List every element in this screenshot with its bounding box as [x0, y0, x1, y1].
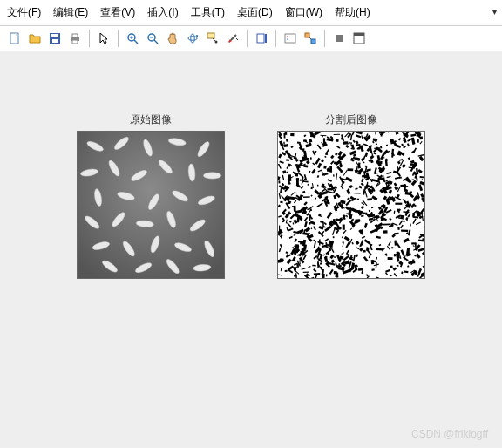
svg-rect-327: [283, 142, 285, 145]
svg-rect-943: [411, 242, 416, 244]
svg-rect-325: [379, 169, 382, 172]
svg-rect-866: [319, 239, 321, 245]
pan-button[interactable]: [163, 29, 182, 48]
svg-rect-834: [320, 267, 322, 268]
svg-rect-5: [72, 34, 78, 37]
svg-rect-78: [417, 139, 419, 143]
svg-line-27: [309, 37, 311, 39]
zoom-out-icon: [146, 31, 159, 45]
zoom-in-icon: [126, 31, 139, 45]
svg-rect-954: [342, 200, 346, 204]
save-button[interactable]: [45, 29, 64, 48]
watermark-text: CSDN @friklogff: [411, 428, 488, 440]
menu-insert[interactable]: 插入(I): [147, 5, 178, 20]
open-button[interactable]: [25, 29, 44, 48]
svg-rect-523: [343, 141, 348, 144]
rotate-3d-icon: [186, 31, 200, 45]
rotate-button[interactable]: [183, 29, 202, 48]
subplot1-title: 原始图像: [77, 112, 225, 127]
toolbar-overflow-icon[interactable]: ▾: [492, 7, 497, 17]
svg-rect-6: [72, 40, 78, 44]
svg-point-14: [188, 37, 197, 40]
svg-rect-809: [302, 148, 305, 151]
svg-rect-432: [310, 157, 312, 159]
original-image: [78, 132, 224, 278]
toolbar-separator: [275, 30, 276, 47]
svg-rect-422: [367, 198, 372, 200]
svg-rect-2: [51, 34, 58, 37]
insert-colorbar-button[interactable]: [252, 29, 271, 48]
svg-rect-703: [322, 274, 325, 275]
svg-rect-424: [363, 212, 366, 214]
svg-rect-466: [290, 133, 294, 136]
svg-rect-938: [288, 179, 290, 185]
menu-view[interactable]: 查看(V): [100, 5, 135, 20]
svg-rect-885: [292, 206, 295, 207]
svg-rect-881: [329, 241, 330, 248]
svg-rect-417: [397, 227, 400, 230]
svg-rect-412: [288, 201, 290, 204]
brush-button[interactable]: [223, 29, 242, 48]
svg-rect-20: [257, 34, 264, 43]
link-axes-icon: [303, 31, 317, 45]
data-cursor-icon: [206, 31, 220, 45]
menu-help[interactable]: 帮助(H): [335, 5, 370, 20]
svg-rect-28: [336, 35, 343, 42]
svg-rect-688: [401, 229, 408, 232]
svg-rect-132: [318, 214, 321, 217]
svg-rect-420: [282, 221, 284, 222]
svg-point-18: [215, 41, 218, 44]
svg-rect-243: [315, 198, 316, 200]
svg-line-12: [154, 40, 158, 44]
zoom-in-button[interactable]: [123, 29, 142, 48]
svg-rect-666: [412, 179, 414, 180]
subplot-original: 原始图像: [77, 112, 225, 279]
svg-rect-738: [322, 221, 324, 222]
svg-rect-907: [313, 240, 315, 241]
new-file-button[interactable]: [5, 29, 24, 48]
svg-line-8: [134, 40, 138, 44]
pointer-button[interactable]: [94, 29, 113, 48]
hide-tools-button[interactable]: [329, 29, 349, 48]
menu-window[interactable]: 窗口(W): [285, 5, 322, 20]
insert-legend-button[interactable]: [281, 29, 300, 48]
svg-rect-892: [288, 157, 292, 158]
subplot2-title: 分割后图像: [277, 112, 425, 127]
svg-rect-937: [359, 172, 361, 174]
menu-edit[interactable]: 编辑(E): [53, 5, 88, 20]
toolbar-separator: [247, 30, 248, 47]
new-file-icon: [8, 31, 22, 45]
svg-rect-888: [295, 267, 296, 270]
svg-rect-602: [421, 274, 424, 276]
pan-hand-icon: [166, 31, 180, 45]
svg-rect-145: [329, 257, 329, 260]
menu-bar: 文件(F) 编辑(E) 查看(V) 插入(I) 工具(T) 桌面(D) 窗口(W…: [0, 0, 502, 26]
axes-segmented-image[interactable]: [277, 131, 425, 279]
zoom-out-button[interactable]: [143, 29, 162, 48]
svg-line-19: [231, 35, 236, 40]
figure-canvas: 原始图像: [0, 51, 502, 447]
print-icon: [68, 31, 82, 45]
svg-rect-673: [303, 271, 309, 272]
svg-rect-774: [348, 168, 354, 171]
svg-rect-764: [405, 192, 410, 195]
svg-rect-259: [420, 176, 424, 178]
menu-file[interactable]: 文件(F): [7, 5, 41, 20]
svg-rect-925: [295, 173, 298, 176]
svg-rect-579: [303, 139, 306, 141]
menu-tools[interactable]: 工具(T): [191, 5, 225, 20]
dock-button[interactable]: [349, 29, 369, 48]
svg-rect-897: [394, 233, 399, 235]
link-axes-button[interactable]: [301, 29, 320, 48]
svg-rect-414: [363, 250, 366, 253]
data-cursor-button[interactable]: [203, 29, 222, 48]
svg-rect-158: [369, 210, 370, 212]
svg-rect-922: [314, 273, 320, 275]
menu-desktop[interactable]: 桌面(D): [237, 5, 273, 20]
pointer-icon: [97, 31, 111, 45]
axes-original-image[interactable]: [77, 131, 225, 279]
print-button[interactable]: [65, 29, 85, 48]
toolbar-separator: [89, 30, 90, 47]
svg-rect-354: [303, 196, 310, 198]
open-folder-icon: [28, 31, 42, 45]
